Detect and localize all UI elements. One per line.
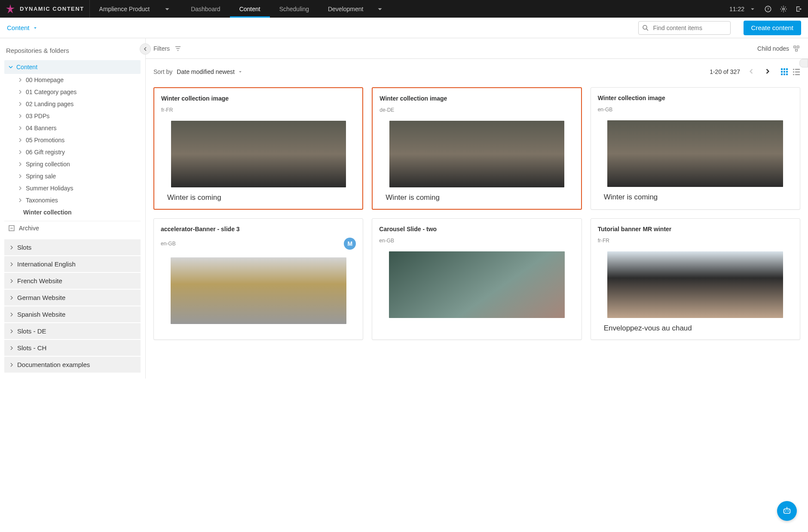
settings-icon[interactable] <box>780 5 787 13</box>
app-header: DYNAMIC CONTENT Amplience Product Dashbo… <box>0 0 808 18</box>
folder-label: Spring collection <box>26 161 70 168</box>
logo-icon <box>5 4 15 14</box>
list-view-button[interactable] <box>793 68 800 76</box>
chevron-down-icon <box>237 69 243 75</box>
content-card[interactable]: Winter collection imageen-GBWinter is co… <box>591 87 800 210</box>
svg-rect-12 <box>784 68 785 70</box>
card-locale: de-DE <box>380 107 394 113</box>
repo-item[interactable]: Spanish Website <box>4 306 141 322</box>
chevron-right-icon <box>18 114 22 118</box>
chevron-right-icon <box>9 329 14 333</box>
svg-rect-11 <box>781 68 783 70</box>
sidebar-heading: Repositories & folders <box>4 43 141 60</box>
svg-rect-8 <box>794 46 796 48</box>
product-label: Amplience Product <box>99 6 150 12</box>
folder-item[interactable]: Winter collection <box>4 206 141 218</box>
folder-item[interactable]: Spring sale <box>4 170 141 182</box>
environment-selector[interactable]: Development <box>318 0 395 18</box>
repo-content[interactable]: Content <box>4 60 141 74</box>
folder-label: Spring sale <box>26 173 56 180</box>
card-thumbnail <box>171 257 346 324</box>
collapse-sidebar-button[interactable] <box>140 43 151 55</box>
exit-icon[interactable] <box>795 5 803 13</box>
repo-item[interactable]: Slots - DE <box>4 323 141 339</box>
child-nodes-label: Child nodes <box>757 45 789 52</box>
folder-item[interactable]: Spring collection <box>4 158 141 170</box>
folder-item[interactable]: Summer Holidays <box>4 182 141 194</box>
tab-scheduling[interactable]: Scheduling <box>270 0 318 18</box>
chevron-right-icon <box>9 245 14 250</box>
filters-row: Filters Child nodes <box>146 38 808 59</box>
child-nodes-toggle[interactable]: Child nodes <box>757 45 800 52</box>
content-card[interactable]: Winter collection imagefr-FRWinter is co… <box>153 87 363 210</box>
time-selector[interactable]: 11:22 <box>729 5 756 13</box>
card-meta-row: en-GB <box>379 238 574 244</box>
view-toggles <box>780 68 800 76</box>
content-card[interactable]: Winter collection imagede-DEWinter is co… <box>372 87 582 210</box>
content-dropdown[interactable]: Content <box>7 24 38 31</box>
folder-item[interactable]: 02 Landing pages <box>4 98 141 110</box>
card-caption: Winter is coming <box>380 193 574 202</box>
card-locale: en-GB <box>379 238 394 244</box>
right-edge-handle[interactable] <box>799 59 808 67</box>
repo-item[interactable]: German Website <box>4 290 141 306</box>
svg-rect-13 <box>786 68 788 70</box>
repo-item[interactable]: Slots <box>4 239 141 255</box>
card-caption: Winter is coming <box>161 193 355 202</box>
card-title: Winter collection image <box>598 95 793 101</box>
content-card[interactable]: Carousel Slide - twoen-GB <box>372 218 582 340</box>
environment-label: Development <box>328 6 364 12</box>
chevron-right-icon <box>18 186 22 190</box>
svg-rect-24 <box>793 74 794 75</box>
search-input[interactable] <box>638 21 731 35</box>
repo-label: International English <box>17 260 76 268</box>
svg-point-3 <box>783 8 785 10</box>
card-title: Carousel Slide - two <box>379 226 574 232</box>
content-panel: Filters Child nodes Sort by Date modifie… <box>145 38 808 379</box>
prev-page-button[interactable] <box>746 66 756 78</box>
sort-selector[interactable]: Date modified newest <box>177 68 243 75</box>
repo-item[interactable]: Slots - CH <box>4 340 141 356</box>
repo-item[interactable]: International English <box>4 256 141 272</box>
product-selector[interactable]: Amplience Product <box>90 0 182 18</box>
tab-dashboard[interactable]: Dashboard <box>181 0 230 18</box>
card-title: Tutorial banner MR winter <box>598 226 793 232</box>
help-icon[interactable]: ? <box>764 5 772 13</box>
pagination: 1-20 of 327 <box>710 66 773 78</box>
archive-label: Archive <box>19 225 39 232</box>
tab-content[interactable]: Content <box>230 0 270 18</box>
content-card[interactable]: accelerator-Banner - slide 3en-GBM <box>153 218 363 340</box>
child-nodes-icon <box>793 45 800 52</box>
card-grid: Winter collection imagefr-FRWinter is co… <box>146 85 808 353</box>
svg-rect-23 <box>795 71 800 73</box>
card-thumbnail <box>389 121 564 187</box>
time-label: 11:22 <box>729 6 744 12</box>
repo-label: Slots <box>17 244 31 251</box>
folder-item[interactable]: 03 PDPs <box>4 110 141 122</box>
repo-item[interactable]: French Website <box>4 273 141 289</box>
repo-item[interactable]: Documentation examples <box>4 357 141 373</box>
archive-item[interactable]: Archive <box>4 221 141 235</box>
folder-item[interactable]: 00 Homepage <box>4 74 141 86</box>
create-content-button[interactable]: Create content <box>744 21 801 35</box>
grid-view-button[interactable] <box>780 68 788 76</box>
chevron-down-icon <box>749 5 756 13</box>
folder-item[interactable]: 01 Category pages <box>4 86 141 98</box>
folder-label: 01 Category pages <box>26 89 77 95</box>
folder-label: 06 Gift registry <box>26 149 65 156</box>
card-caption: Enveloppez-vous au chaud <box>598 324 793 333</box>
content-card[interactable]: Tutorial banner MR winterfr-FREnveloppez… <box>591 218 800 340</box>
chevron-right-icon <box>18 138 22 142</box>
card-thumbnail <box>171 121 346 187</box>
chevron-right-icon <box>9 279 14 283</box>
filters-label: Filters <box>153 45 170 52</box>
next-page-button[interactable] <box>762 66 773 78</box>
filter-icon[interactable] <box>174 45 182 52</box>
card-locale: fr-FR <box>161 107 173 113</box>
card-thumbnail <box>607 251 783 318</box>
card-meta-row: en-GB <box>598 107 793 113</box>
folder-item[interactable]: 05 Promotions <box>4 134 141 146</box>
folder-item[interactable]: 04 Banners <box>4 122 141 134</box>
folder-item[interactable]: Taxonomies <box>4 194 141 206</box>
folder-item[interactable]: 06 Gift registry <box>4 146 141 158</box>
